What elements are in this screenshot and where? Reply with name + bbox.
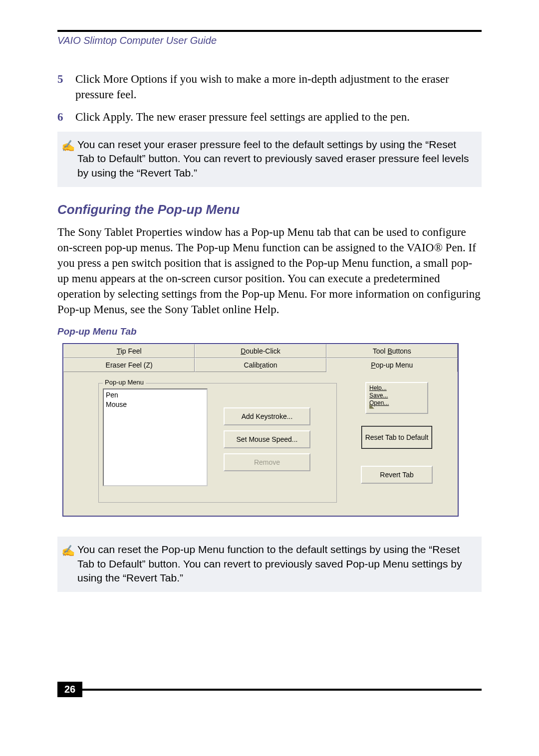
preview-item: Open... [369, 399, 424, 407]
fieldset-legend: Pop-up Menu [103, 378, 146, 386]
step-text: Click Apply. The new eraser pressure fee… [75, 109, 482, 125]
rule-top [57, 30, 482, 32]
hand-writing-icon: ✍ [61, 138, 77, 180]
cursor-icon: ◣ [369, 402, 373, 410]
popup-preview: Help... Save... Open... ◣ [365, 382, 428, 414]
step-number: 5 [57, 71, 75, 102]
remove-button: Remove [224, 453, 310, 471]
popup-menu-fieldset: Pop-up Menu Pen Mouse Add Keystroke... S… [98, 383, 337, 503]
tab-eraser-feel[interactable]: Eraser Feel (Z) [63, 358, 195, 372]
tab-popup-menu[interactable]: Pop-up Menu [326, 358, 458, 372]
step-text: Click More Options if you wish to make a… [75, 71, 482, 102]
section-heading: Configuring the Pop-up Menu [57, 202, 482, 217]
tab-calibration[interactable]: Calibration [195, 358, 326, 372]
note-text: You can reset your eraser pressure feel … [77, 138, 476, 180]
revert-tab-button[interactable]: Revert Tab [361, 466, 433, 484]
popup-menu-listbox[interactable]: Pen Mouse [103, 388, 208, 486]
section-body: The Sony Tablet Properties window has a … [57, 224, 482, 317]
tab-tool-buttons[interactable]: Tool Buttons [326, 344, 458, 358]
popup-menu-tab-screenshot: Tip Feel Double-Click Tool Buttons Erase… [62, 343, 459, 517]
figure-caption: Pop-up Menu Tab [57, 326, 482, 337]
list-item[interactable]: Mouse [106, 400, 205, 409]
hand-writing-icon: ✍ [61, 543, 77, 585]
add-keystroke-button[interactable]: Add Keystroke... [224, 407, 310, 425]
note-text: You can reset the Pop-up Menu function t… [77, 543, 476, 585]
page-number: 26 [57, 682, 82, 697]
step-6: 6 Click Apply. The new eraser pressure f… [57, 109, 482, 125]
note-reset-eraser: ✍ You can reset your eraser pressure fee… [57, 132, 482, 187]
list-item[interactable]: Pen [106, 390, 205, 399]
note-reset-popup: ✍ You can reset the Pop-up Menu function… [57, 537, 482, 592]
tab-bar: Tip Feel Double-Click Tool Buttons Erase… [63, 344, 458, 372]
step-number: 6 [57, 109, 75, 125]
step-5: 5 Click More Options if you wish to make… [57, 71, 482, 102]
reset-tab-to-default-button[interactable]: Reset Tab to Default [361, 426, 432, 449]
tab-tip-feel[interactable]: Tip Feel [63, 344, 195, 358]
rule-bottom [82, 689, 482, 691]
set-mouse-speed-button[interactable]: Set Mouse Speed... [224, 430, 310, 448]
tab-double-click[interactable]: Double-Click [195, 344, 326, 358]
running-header: VAIO Slimtop Computer User Guide [57, 35, 482, 46]
page-footer: 26 [57, 682, 482, 697]
preview-item: Save... [369, 392, 424, 399]
preview-item: Help... [369, 384, 424, 392]
